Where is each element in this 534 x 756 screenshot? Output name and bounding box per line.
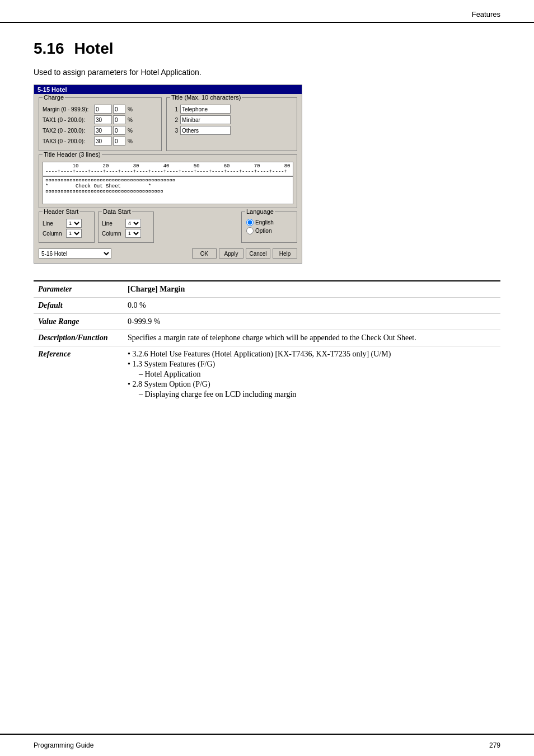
header-col-select[interactable]: 1 <box>66 229 82 238</box>
title-num-2: 2 <box>170 117 178 123</box>
title-num-3: 3 <box>170 128 178 134</box>
header-line-select[interactable]: 1 <box>66 219 82 228</box>
header-col-row: Column 1 <box>43 229 91 238</box>
data-start-label: Data Start <box>102 208 132 215</box>
title-row-3: 3 <box>170 126 293 135</box>
header-start-label: Header Start <box>43 208 79 215</box>
title-input-1[interactable] <box>180 105 231 114</box>
ruler-area: 10 20 30 40 50 60 70 80 ----+----+----+-… <box>43 162 293 176</box>
header-text-area[interactable]: ¤¤¤¤¤¤¤¤¤¤¤¤¤¤¤¤¤¤¤¤¤¤¤¤¤¤¤¤¤¤¤¤¤¤¤¤¤¤¤¤… <box>43 176 293 204</box>
charge-margin-input2[interactable] <box>113 105 125 114</box>
param-label-reference: Reference <box>34 346 123 404</box>
section-name: Hotel <box>74 40 114 57</box>
page-container: Features 5.16Hotel Used to assign parame… <box>0 0 534 756</box>
param-value-valuerange: 0-999.9 % <box>123 314 500 330</box>
param-row-parameter: Parameter [Charge] Margin <box>34 281 500 298</box>
option-label: Option <box>255 228 271 234</box>
charge-row-tax2: TAX2 (0 - 200.0): % <box>43 126 158 135</box>
charge-tax2-label: TAX2 (0 - 200.0): <box>43 128 93 134</box>
title-input-2[interactable] <box>180 115 231 124</box>
param-value-description: Specifies a margin rate of telephone cha… <box>123 330 500 346</box>
data-col-row: Column 1 <box>102 229 150 238</box>
option-radio-row: Option <box>246 227 292 234</box>
ok-button[interactable]: OK <box>192 248 217 259</box>
title-row-1: 1 <box>170 105 293 114</box>
header-line-label: Line <box>43 220 65 227</box>
charge-tax1-input2[interactable] <box>113 115 125 124</box>
charge-row-tax1: TAX1 (0 - 200.0): % <box>43 115 158 124</box>
title-group: Title (Max. 10 characters) 1 2 <box>166 97 297 151</box>
english-radio[interactable] <box>246 219 254 226</box>
param-label-valuerange: Value Range <box>34 314 123 330</box>
section-title: 5.16Hotel <box>34 40 500 58</box>
charge-tax1-input1[interactable] <box>94 115 112 124</box>
charge-margin-label: Margin (0 - 999.9): <box>43 106 93 112</box>
header-start-group: Header Start Line 1 Column <box>39 212 95 243</box>
charge-margin-input1[interactable] <box>94 105 112 114</box>
english-label: English <box>255 219 274 226</box>
charge-group-title: Charge <box>43 94 65 101</box>
charge-row-tax3: TAX3 (0 - 200.0): % <box>43 137 158 145</box>
section-number: 5.16 <box>34 40 64 57</box>
profile-select[interactable]: 5-16 Hotel <box>39 248 111 259</box>
data-line-select[interactable]: 4 <box>125 219 141 228</box>
help-button[interactable]: Help <box>273 248 297 259</box>
dialog-window: 5-15 Hotel Charge Margin (0 - 999.9): <box>34 84 302 264</box>
param-value-default: 0.0 % <box>123 298 500 314</box>
charge-row-margin: Margin (0 - 999.9): % <box>43 105 158 114</box>
data-col-select[interactable]: 1 <box>125 229 141 238</box>
page-footer: Programming Guide 279 <box>0 734 534 756</box>
param-row-valuerange: Value Range 0-999.9 % <box>34 314 500 330</box>
header-col-label: Column <box>43 231 65 237</box>
param-label-parameter: Parameter <box>34 281 123 298</box>
cancel-button[interactable]: Cancel <box>246 248 270 259</box>
title-num-1: 1 <box>170 106 178 112</box>
charge-tax1-label: TAX1 (0 - 200.0): <box>43 117 93 123</box>
charge-tax1-pct: % <box>128 117 133 123</box>
param-value-reference: • 3.2.6 Hotel Use Features (Hotel Applic… <box>123 346 500 404</box>
english-radio-row: English <box>246 219 292 226</box>
data-line-label: Line <box>102 220 124 227</box>
header-line-row: Line 1 <box>43 219 91 228</box>
charge-tax3-input2[interactable] <box>113 137 125 145</box>
main-content: 5.16Hotel Used to assign parameters for … <box>0 23 534 426</box>
language-group: Language English Option <box>241 212 297 243</box>
charge-margin-pct: % <box>128 106 133 112</box>
header-features-label: Features <box>472 10 500 18</box>
charge-group: Charge Margin (0 - 999.9): % T <box>39 97 162 151</box>
titleheader-group-label: Title Header (3 lines) <box>43 151 102 158</box>
dialog-bottom-bar: 5-16 Hotel OK Apply Cancel Help <box>39 246 297 259</box>
param-value-parameter: [Charge] Margin <box>123 281 500 298</box>
dialog-top-row: Charge Margin (0 - 999.9): % T <box>39 97 297 154</box>
param-row-reference: Reference • 3.2.6 Hotel Use Features (Ho… <box>34 346 500 404</box>
param-row-description: Description/Function Specifies a margin … <box>34 330 500 346</box>
titleheader-group: Title Header (3 lines) 10 20 30 40 50 60… <box>39 154 297 208</box>
data-start-group: Data Start Line 4 Column <box>98 212 154 243</box>
charge-tax3-label: TAX3 (0 - 200.0): <box>43 138 93 144</box>
param-table: Parameter [Charge] Margin Default 0.0 % … <box>34 280 500 403</box>
charge-tax2-input1[interactable] <box>94 126 112 135</box>
charge-tax3-input1[interactable] <box>94 137 112 145</box>
charge-tax2-input2[interactable] <box>113 126 125 135</box>
data-line-row: Line 4 <box>102 219 150 228</box>
dialog-titlebar: 5-15 Hotel <box>34 85 302 94</box>
footer-right: 279 <box>489 741 500 749</box>
language-label: Language <box>245 208 275 215</box>
dialog-body: Charge Margin (0 - 999.9): % T <box>34 94 302 263</box>
apply-button[interactable]: Apply <box>219 248 243 259</box>
charge-tax3-pct: % <box>128 138 133 144</box>
param-row-default: Default 0.0 % <box>34 298 500 314</box>
charge-tax2-pct: % <box>128 128 133 134</box>
dialog-bottom-row: Header Start Line 1 Column <box>39 212 297 243</box>
param-label-description: Description/Function <box>34 330 123 346</box>
title-group-label: Title (Max. 10 characters) <box>170 94 242 101</box>
option-radio[interactable] <box>246 227 254 234</box>
footer-left: Programming Guide <box>34 741 93 749</box>
page-header: Features <box>0 0 534 23</box>
param-label-default: Default <box>34 298 123 314</box>
title-input-3[interactable] <box>180 126 231 135</box>
data-col-label: Column <box>102 231 124 237</box>
intro-paragraph: Used to assign parameters for Hotel Appl… <box>34 68 500 77</box>
title-row-2: 2 <box>170 115 293 124</box>
